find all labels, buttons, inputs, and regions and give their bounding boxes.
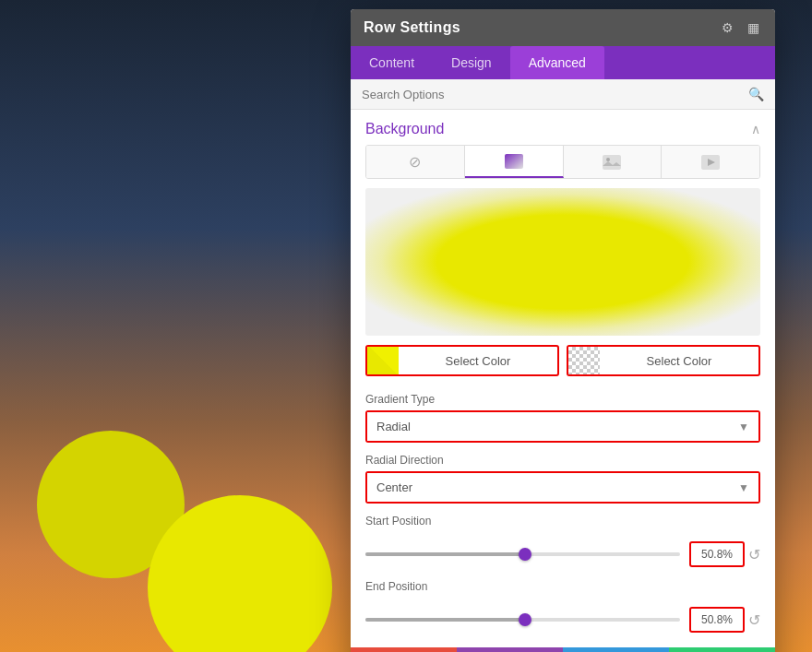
tab-content[interactable]: Content — [351, 46, 433, 79]
tab-design[interactable]: Design — [433, 46, 510, 79]
gradient-type-field: Gradient Type Linear Radial Conic ▼ — [351, 387, 775, 448]
end-color-swatch — [568, 347, 600, 374]
end-position-input-box: ↺ — [689, 607, 760, 633]
cancel-button[interactable]: ✕ — [351, 647, 457, 652]
start-color-label: Select Color — [399, 354, 557, 368]
background-type-icons: ⊘ — [365, 145, 760, 179]
start-position-label: Start Position — [365, 515, 760, 528]
radial-direction-field: Radial Direction Center Top Left Top Top… — [351, 448, 775, 509]
search-input[interactable] — [362, 88, 748, 101]
end-position-field: End Position — [351, 575, 775, 603]
tab-advanced[interactable]: Advanced — [510, 46, 604, 79]
collapse-icon[interactable]: ∧ — [751, 122, 760, 136]
color-selector-start[interactable]: Select Color — [365, 345, 559, 376]
video-symbol — [701, 155, 720, 170]
preview-gradient-display — [365, 188, 760, 336]
radial-direction-select[interactable]: Center Top Left Top Top Right Right — [367, 473, 758, 502]
color-selectors-row: Select Color Select Color — [365, 345, 760, 376]
panel-title: Row Settings — [364, 19, 460, 36]
search-icon: 🔍 — [748, 87, 764, 101]
gradient-type-select-wrapper: Linear Radial Conic ▼ — [365, 410, 760, 443]
end-position-thumb[interactable] — [519, 613, 531, 626]
start-position-input[interactable] — [689, 541, 745, 567]
gradient-preview — [365, 188, 760, 336]
start-color-swatch — [367, 347, 399, 374]
svg-point-2 — [606, 158, 610, 161]
type-icon-video[interactable] — [662, 146, 759, 178]
image-symbol — [603, 155, 621, 170]
start-position-slider-row: ↺ — [351, 538, 775, 575]
radial-direction-select-wrapper: Center Top Left Top Top Right Right ▼ — [365, 471, 760, 504]
end-position-label: End Position — [365, 580, 760, 593]
row-settings-panel: Row Settings ⚙ ▦ Content Design Advanced… — [351, 9, 775, 652]
color-selector-end[interactable]: Select Color — [567, 345, 760, 376]
end-position-track — [365, 618, 680, 622]
no-bg-symbol: ⊘ — [409, 153, 421, 171]
end-position-slider-row: ↺ — [351, 603, 775, 640]
settings-icon[interactable]: ⚙ — [718, 18, 736, 37]
start-position-fill — [365, 552, 525, 556]
start-position-input-box: ↺ — [689, 541, 760, 567]
action-bar: ✕ ↺ ↻ ✓ — [351, 647, 775, 652]
undo-button[interactable]: ↺ — [457, 647, 563, 652]
header-icons: ⚙ ▦ — [718, 18, 762, 37]
background-section-header: Background ∧ — [351, 110, 775, 145]
background-title: Background — [365, 121, 444, 137]
type-icon-image[interactable] — [564, 146, 663, 178]
gradient-type-label: Gradient Type — [365, 393, 760, 406]
gradient-type-select[interactable]: Linear Radial Conic — [367, 412, 758, 441]
end-position-reset-icon[interactable]: ↺ — [748, 611, 760, 629]
type-icon-gradient[interactable] — [465, 146, 564, 178]
tab-bar: Content Design Advanced — [351, 46, 775, 79]
save-button[interactable]: ✓ — [669, 647, 775, 652]
start-position-reset-icon[interactable]: ↺ — [748, 546, 760, 563]
radial-direction-label: Radial Direction — [365, 454, 760, 467]
start-position-field: Start Position — [351, 509, 775, 538]
start-position-track — [365, 552, 680, 556]
redo-button[interactable]: ↻ — [563, 647, 669, 652]
end-position-input[interactable] — [689, 607, 745, 633]
end-color-label: Select Color — [600, 354, 758, 368]
gradient-symbol — [505, 154, 523, 169]
type-icon-none[interactable]: ⊘ — [366, 146, 465, 178]
layout-icon[interactable]: ▦ — [744, 18, 762, 37]
panel-content: Background ∧ ⊘ — [351, 110, 775, 647]
svg-rect-0 — [505, 154, 523, 169]
start-position-thumb[interactable] — [519, 548, 531, 561]
panel-header: Row Settings ⚙ ▦ — [351, 9, 775, 46]
svg-rect-1 — [603, 155, 621, 170]
end-position-fill — [365, 618, 525, 622]
search-bar: 🔍 — [351, 79, 775, 110]
